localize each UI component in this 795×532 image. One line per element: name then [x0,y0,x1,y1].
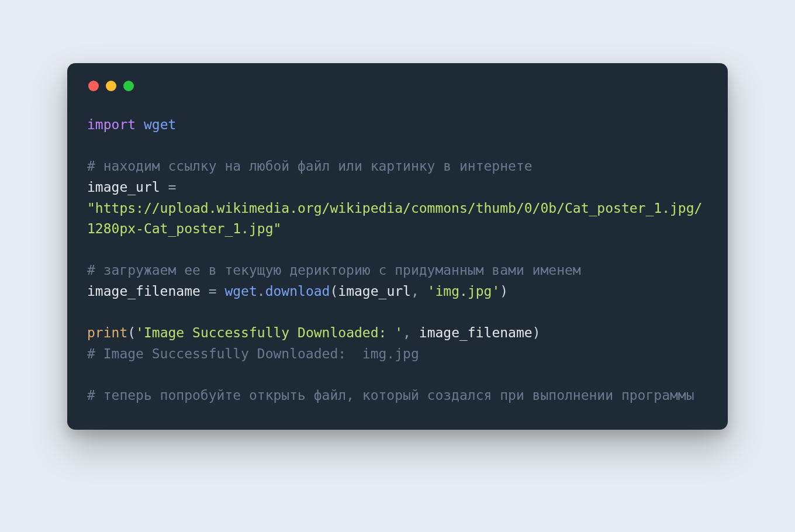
string-msg: 'Image Successfully Downloaded: ' [136,325,403,340]
module-wget: wget [144,117,176,132]
comma: , [411,284,427,299]
var-image-filename: image_filename [87,284,201,299]
zoom-icon [123,81,134,91]
keyword-import: import [87,117,136,132]
code-comment: # загружаем ее в текущую дерикторию с пр… [87,262,581,278]
minimize-icon [106,81,116,91]
string-url: "https://upload.wikimedia.org/wikipedia/… [87,201,702,237]
operator-eq: = [160,179,177,195]
operator-eq: = [201,284,225,299]
code-snippet-card: import wget # находим ссылку на любой фа… [67,63,728,430]
fn-print: print [87,325,127,340]
var-image-url: image_url [87,179,160,195]
close-icon [88,81,99,91]
code-comment: # находим ссылку на любой файл или карти… [87,158,533,174]
string-img: 'img.jpg' [427,284,500,299]
code-block: import wget # находим ссылку на любой фа… [87,115,708,406]
code-comment: # теперь попробуйте открыть файл, которы… [87,388,694,403]
code-comment: # Image Successfully Downloaded: img.jpg [87,346,419,361]
module-wget: wget [224,284,257,299]
fn-download: download [265,284,330,299]
paren-open: ( [330,284,338,299]
paren-close: ) [533,325,541,340]
paren-open: ( [127,325,136,340]
window-traffic-lights [87,81,708,91]
operator-dot: . [257,284,265,299]
arg-image-filename: image_filename [419,325,533,340]
comma: , [403,325,419,340]
arg-image-url: image_url [338,284,411,299]
paren-close: ) [500,284,508,299]
